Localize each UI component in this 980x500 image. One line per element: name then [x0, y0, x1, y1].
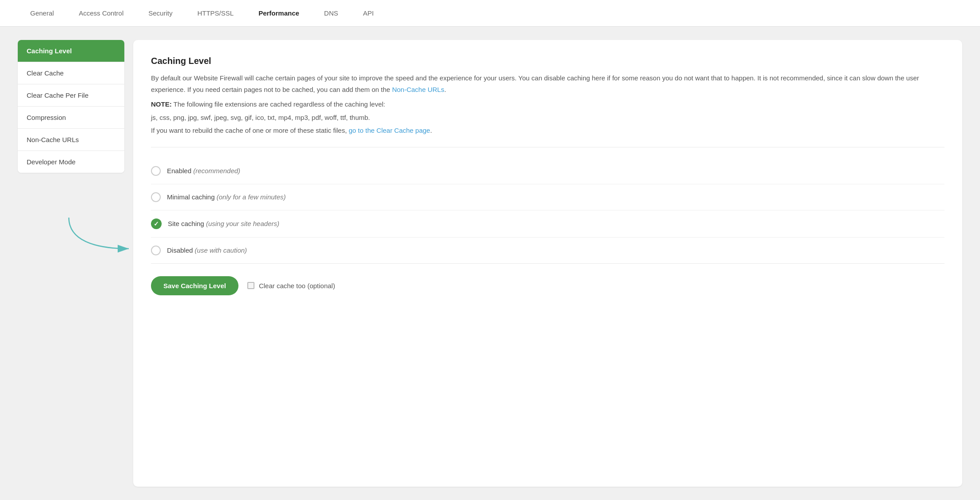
radio-minimal[interactable]: [151, 192, 161, 202]
option-minimal-label: Minimal caching (only for a few minutes): [167, 193, 286, 201]
sidebar-item-caching-level[interactable]: Caching Level: [18, 40, 124, 62]
page-title: Caching Level: [151, 56, 944, 66]
sidebar-item-clear-cache-per-file[interactable]: Clear Cache Per File: [18, 84, 124, 107]
non-cache-urls-link[interactable]: Non-Cache URLs: [392, 86, 444, 93]
sidebar-item-developer-mode[interactable]: Developer Mode: [18, 151, 124, 173]
caching-options: Enabled (recommended) Minimal caching (o…: [151, 158, 944, 263]
option-minimal[interactable]: Minimal caching (only for a few minutes): [151, 184, 944, 210]
option-disabled[interactable]: Disabled (use with caution): [151, 238, 944, 263]
option-enabled[interactable]: Enabled (recommended): [151, 158, 944, 184]
option-site-caching[interactable]: Site caching (using your site headers): [151, 210, 944, 238]
radio-disabled[interactable]: [151, 246, 161, 255]
main-layout: Caching Level Clear Cache Clear Cache Pe…: [0, 27, 980, 500]
option-disabled-label: Disabled (use with caution): [167, 246, 247, 254]
sidebar: Caching Level Clear Cache Clear Cache Pe…: [18, 40, 124, 173]
sidebar-item-compression[interactable]: Compression: [18, 107, 124, 129]
option-enabled-label: Enabled (recommended): [167, 167, 240, 175]
annotation-arrow: [64, 213, 135, 258]
content-note: NOTE: The following file extensions are …: [151, 99, 944, 110]
save-row: Save Caching Level Clear cache too (opti…: [151, 276, 944, 295]
content-panel: Caching Level By default our Website Fir…: [133, 40, 962, 487]
bottom-divider: [151, 263, 944, 264]
sidebar-item-clear-cache[interactable]: Clear Cache: [18, 62, 124, 84]
content-description-1: By default our Website Firewall will cac…: [151, 72, 944, 95]
nav-access-control[interactable]: Access Control: [66, 0, 136, 27]
nav-general[interactable]: General: [18, 0, 66, 27]
clear-cache-checkbox[interactable]: [247, 282, 254, 289]
section-divider: [151, 147, 944, 147]
sidebar-item-non-cache-urls[interactable]: Non-Cache URLs: [18, 129, 124, 151]
save-caching-level-button[interactable]: Save Caching Level: [151, 276, 238, 295]
clear-cache-link[interactable]: go to the Clear Cache page: [349, 127, 430, 134]
clear-cache-checkbox-text: Clear cache too (optional): [259, 282, 335, 290]
radio-site-caching-checked[interactable]: [151, 218, 162, 229]
rebuild-note: If you want to rebuild the cache of one …: [151, 125, 944, 136]
clear-cache-checkbox-label[interactable]: Clear cache too (optional): [247, 282, 335, 290]
nav-https-ssl[interactable]: HTTPS/SSL: [185, 0, 246, 27]
top-navigation: General Access Control Security HTTPS/SS…: [0, 0, 980, 27]
nav-security[interactable]: Security: [136, 0, 185, 27]
radio-enabled[interactable]: [151, 166, 161, 176]
nav-performance[interactable]: Performance: [246, 0, 312, 27]
nav-api[interactable]: API: [351, 0, 386, 27]
file-extensions: js, css, png, jpg, swf, jpeg, svg, gif, …: [151, 112, 944, 123]
option-site-caching-label: Site caching (using your site headers): [168, 220, 279, 227]
nav-dns[interactable]: DNS: [312, 0, 351, 27]
